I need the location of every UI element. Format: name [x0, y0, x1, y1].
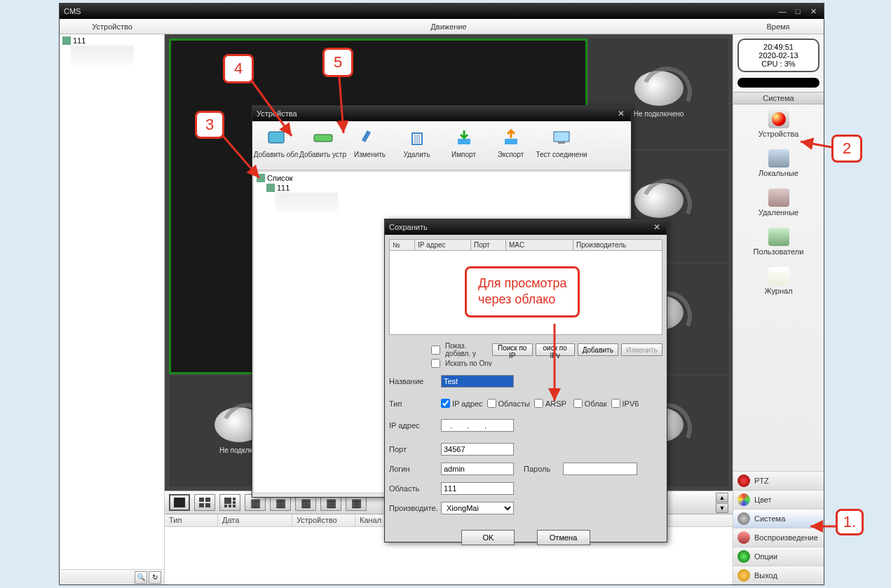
svg-rect-9: [229, 505, 231, 507]
type-domain-checkbox[interactable]: [487, 399, 496, 408]
ok-button[interactable]: OK: [461, 530, 515, 545]
arrow-cloud: [549, 322, 563, 409]
toolbar-edit[interactable]: Изменить: [346, 125, 393, 170]
rightmenu-options[interactable]: Опции: [733, 547, 824, 566]
menu-motion[interactable]: Движение: [165, 22, 733, 31]
layout-6[interactable]: [219, 494, 240, 511]
label-ip: IP адрес: [389, 421, 441, 430]
remote-icon: [768, 189, 789, 207]
svg-line-26: [339, 77, 344, 133]
system-item-users[interactable]: Пользователи: [733, 222, 824, 261]
device-icon: [62, 36, 71, 45]
system-item-remote[interactable]: Удаленные: [733, 183, 824, 222]
rightmenu-ptz[interactable]: PTZ: [733, 471, 824, 490]
system-item-devices[interactable]: Устройства: [733, 104, 824, 144]
import-icon: [452, 127, 476, 148]
search-button[interactable]: 🔍: [135, 571, 147, 584]
type-cloud-checkbox[interactable]: [573, 399, 583, 408]
svg-line-22: [801, 142, 831, 147]
show-added-label: Показ. добавл. у: [445, 342, 489, 357]
clock-time: 20:49:51: [739, 43, 818, 51]
search-table-header: № IP адрес Порт MAC Производитель: [389, 239, 662, 251]
save-dialog-title: Сохранить: [389, 223, 428, 231]
col-port[interactable]: Порт: [471, 240, 506, 250]
col-n[interactable]: №: [390, 240, 415, 250]
edit-found-button[interactable]: Изменить: [621, 343, 662, 356]
svg-rect-4: [205, 503, 210, 507]
svg-rect-2: [205, 498, 210, 502]
label-port: Порт: [389, 445, 441, 453]
arrow-4: [250, 78, 299, 144]
log-col-device[interactable]: Устройство: [292, 514, 355, 526]
log-col-type[interactable]: Тип: [165, 514, 218, 526]
type-arsp-checkbox[interactable]: [534, 399, 543, 408]
toolbar-delete[interactable]: Удалить: [393, 125, 440, 170]
show-added-checkbox[interactable]: [431, 346, 440, 355]
col-vendor[interactable]: Производитель: [573, 240, 662, 250]
col-ip[interactable]: IP адрес: [415, 240, 471, 250]
toolbar-export[interactable]: Экспорт: [487, 125, 534, 170]
save-dialog-close[interactable]: ✕: [651, 222, 662, 232]
search-onvif-label: Искать по Onv: [445, 360, 492, 367]
arrow-2: [798, 139, 833, 154]
add-found-button[interactable]: Добавить: [578, 343, 618, 356]
system-item-journal[interactable]: Журнал: [733, 261, 824, 301]
svg-rect-12: [314, 135, 332, 142]
input-name[interactable]: [441, 375, 514, 388]
svg-rect-8: [224, 505, 227, 507]
svg-rect-5: [224, 498, 231, 504]
svg-rect-10: [233, 505, 236, 507]
svg-rect-20: [554, 132, 569, 142]
ptz-icon: [737, 474, 750, 487]
menu-time[interactable]: Время: [733, 22, 824, 31]
log-col-date[interactable]: Дата: [218, 514, 292, 526]
search-ip-button[interactable]: Поиск по IP: [492, 343, 533, 356]
input-ip[interactable]: [441, 419, 514, 432]
monitor-icon: [550, 127, 573, 148]
menu-device[interactable]: Устройство: [60, 22, 165, 31]
minimize-button[interactable]: —: [776, 6, 789, 16]
add-device-icon: [311, 127, 335, 148]
annotation-3: 3: [195, 111, 224, 139]
toolbar-import[interactable]: Импорт: [440, 125, 487, 170]
options-icon: [737, 550, 750, 563]
devices-icon: [768, 110, 789, 128]
input-area[interactable]: [441, 482, 514, 495]
label-type: Тип: [389, 399, 441, 408]
svg-rect-21: [558, 142, 565, 144]
type-ipv6-checkbox[interactable]: [611, 399, 620, 408]
tree-blurred-item: [71, 46, 134, 65]
layout-1[interactable]: [169, 494, 190, 511]
svg-rect-19: [505, 139, 517, 144]
col-mac[interactable]: MAC: [506, 240, 573, 250]
type-ip-checkbox[interactable]: [441, 399, 450, 408]
playback-icon: [737, 531, 750, 544]
search-onvif-checkbox[interactable]: [431, 359, 440, 368]
rightmenu-color[interactable]: Цвет: [733, 490, 824, 509]
label-login: Логин: [389, 465, 441, 473]
clock-date: 2020-02-13: [739, 51, 818, 60]
cancel-button[interactable]: Отмена: [537, 530, 590, 545]
exit-icon: [737, 569, 750, 582]
export-icon: [499, 127, 523, 148]
clock-panel: 20:49:51 2020-02-13 CPU : 3%: [737, 39, 819, 72]
input-port[interactable]: [441, 443, 514, 456]
select-vendor[interactable]: XiongMai: [441, 502, 514, 514]
layout-4[interactable]: [194, 494, 215, 511]
rightmenu-exit[interactable]: Выход: [733, 566, 824, 584]
page-up-button[interactable]: ▲: [716, 493, 728, 502]
tree-root[interactable]: 111: [73, 36, 86, 45]
svg-rect-0: [174, 498, 185, 507]
devices-dialog-close[interactable]: ✕: [615, 109, 627, 118]
cpu-bar: [737, 78, 819, 88]
page-down-button[interactable]: ▼: [716, 503, 728, 513]
refresh-button[interactable]: ↻: [149, 571, 161, 584]
input-password[interactable]: [563, 463, 637, 475]
users-icon: [768, 228, 789, 246]
maximize-button[interactable]: □: [791, 6, 804, 16]
toolbar-test-connection[interactable]: Тест соединени: [534, 125, 589, 170]
clock-cpu: CPU : 3%: [739, 60, 818, 68]
device-tree[interactable]: 111: [60, 34, 164, 569]
input-login[interactable]: [441, 463, 514, 475]
close-button[interactable]: ✕: [807, 6, 819, 16]
